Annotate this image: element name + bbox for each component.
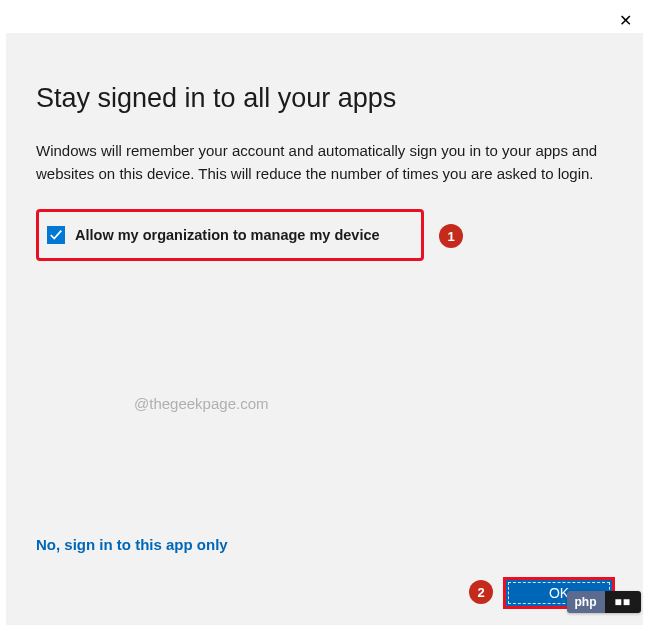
dialog-panel: Stay signed in to all your apps Windows … bbox=[6, 33, 643, 625]
allow-manage-checkbox[interactable] bbox=[47, 226, 65, 244]
dialog-title: Stay signed in to all your apps bbox=[36, 83, 613, 114]
close-button[interactable]: ✕ bbox=[613, 8, 637, 32]
badge-left: php bbox=[567, 591, 605, 613]
check-icon bbox=[49, 228, 63, 242]
close-icon: ✕ bbox=[619, 11, 632, 30]
annotation-badge-1: 1 bbox=[439, 224, 463, 248]
sign-in-this-app-only-link[interactable]: No, sign in to this app only bbox=[36, 536, 228, 553]
source-badge: php ■■ bbox=[567, 591, 642, 613]
badge-right: ■■ bbox=[605, 591, 642, 613]
allow-manage-label[interactable]: Allow my organization to manage my devic… bbox=[75, 227, 380, 243]
allow-manage-row: Allow my organization to manage my devic… bbox=[36, 209, 424, 261]
watermark-text: @thegeekpage.com bbox=[134, 395, 268, 412]
annotation-badge-2: 2 bbox=[469, 580, 493, 604]
dialog-description: Windows will remember your account and a… bbox=[36, 140, 613, 185]
